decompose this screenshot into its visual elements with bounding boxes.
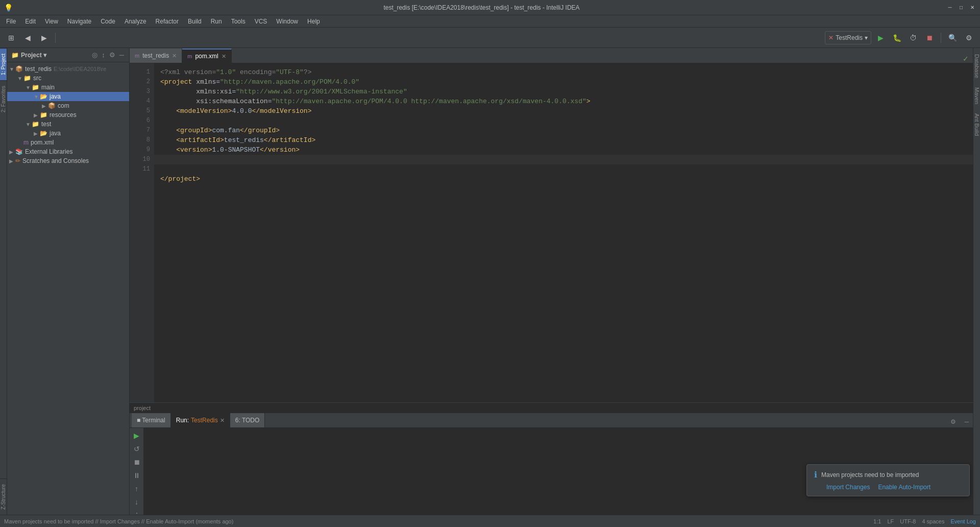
toolbar-forward[interactable]: ▶	[37, 31, 51, 45]
line-num-10: 10	[134, 155, 150, 164]
tree-item-com[interactable]: ▶ 📦 com	[7, 101, 129, 110]
tab-label-pom: pom.xml	[195, 53, 218, 60]
run-config-selector[interactable]: ✕ TestRedis ▾	[825, 31, 871, 44]
run-rerun-btn[interactable]: ↺	[131, 443, 142, 454]
tab-icon-test-redis: m	[135, 53, 139, 59]
tree-item-java-test[interactable]: ▶ 📂 java	[7, 129, 129, 138]
menu-run[interactable]: Run	[207, 17, 226, 26]
sidebar-item-favorites[interactable]: 2: Favorites	[0, 80, 7, 117]
menu-window[interactable]: Window	[272, 17, 302, 26]
bottom-panel: ■ Terminal Run: TestRedis ✕ 6: TODO ⚙ ─	[130, 413, 973, 515]
status-encoding[interactable]: UTF-8	[900, 518, 916, 524]
tree-item-pom[interactable]: m pom.xml	[7, 138, 129, 147]
bottom-tab-run[interactable]: Run: TestRedis ✕	[171, 413, 230, 427]
menu-build[interactable]: Build	[184, 17, 206, 26]
tab-close-pom[interactable]: ✕	[222, 53, 226, 60]
module-icon: 📦	[15, 65, 23, 73]
menu-view[interactable]: View	[41, 17, 62, 26]
run-config-dropdown-icon: ▾	[865, 34, 868, 41]
right-tab-maven[interactable]: Maven	[973, 83, 981, 108]
minimize-button[interactable]: ─	[946, 4, 953, 11]
run-step-down-btn[interactable]: ↓	[131, 496, 142, 508]
run-pause-btn[interactable]: ⏸	[131, 470, 142, 481]
debug-button[interactable]: 🐛	[890, 31, 904, 45]
tree-item-root[interactable]: ▼ 📦 test_redis E:\code\IDEA2018\re	[7, 64, 129, 74]
status-position[interactable]: 1:1	[873, 518, 881, 524]
project-header-icon: 📁	[11, 52, 19, 59]
close-button[interactable]: ✕	[969, 4, 976, 11]
line-num-6: 6	[134, 116, 150, 126]
left-side-panel: 1: Project 2: Favorites Z-Structure	[0, 48, 7, 515]
bottom-hide-btn[interactable]: ─	[960, 416, 973, 427]
run-tab-label: Run:	[176, 417, 189, 424]
title-text: test_redis [E:\code\IDEA2018\redis\test_…	[17, 4, 946, 11]
right-panel: Database Maven Ant Build	[973, 48, 980, 515]
run-button[interactable]: ▶	[873, 31, 888, 45]
tree-item-test[interactable]: ▼ 📁 test	[7, 119, 129, 129]
search-everywhere[interactable]: 🔍	[945, 31, 960, 45]
bottom-tab-todo[interactable]: 6: TODO	[230, 413, 265, 427]
maximize-button[interactable]: □	[958, 4, 965, 11]
run-play-btn[interactable]: ▶	[131, 430, 142, 441]
project-close-btn[interactable]: ─	[118, 50, 125, 60]
tree-item-ext-libs[interactable]: ▶ 📚 External Libraries	[7, 147, 129, 156]
line-num-5: 5	[134, 106, 150, 116]
code-editor[interactable]: <?xml version="1.0" encoding="UTF-8"?> <…	[154, 63, 973, 402]
tree-label-resources: resources	[50, 111, 77, 118]
status-line-ending[interactable]: LF	[887, 518, 894, 524]
menu-navigate[interactable]: Navigate	[63, 17, 95, 26]
menu-vcs[interactable]: VCS	[251, 17, 272, 26]
status-indent[interactable]: 4 spaces	[922, 518, 944, 524]
breadcrumb: project	[134, 405, 151, 411]
line-numbers: 1 2 3 4 5 6 7 8 9 10 11	[134, 63, 154, 402]
run-tab-close[interactable]: ✕	[220, 417, 225, 424]
tree-item-main[interactable]: ▼ 📁 main	[7, 83, 129, 92]
line-num-8: 8	[134, 135, 150, 145]
menu-help[interactable]: Help	[303, 17, 324, 26]
menu-edit[interactable]: Edit	[21, 17, 40, 26]
import-changes-link[interactable]: Import Changes	[826, 484, 870, 491]
menu-file[interactable]: File	[2, 17, 20, 26]
project-expand-btn[interactable]: ↕	[101, 50, 106, 60]
tree-item-src[interactable]: ▼ 📁 src	[7, 74, 129, 83]
editor-tab-pom[interactable]: m pom.xml ✕	[182, 49, 232, 63]
settings-button[interactable]: ⚙	[962, 31, 976, 45]
menu-analyze[interactable]: Analyze	[120, 17, 151, 26]
run-with-coverage[interactable]: ⏱	[906, 31, 920, 45]
package-icon-com: 📦	[48, 102, 56, 109]
project-settings-btn[interactable]: ⚙	[108, 50, 116, 60]
menu-refactor[interactable]: Refactor	[152, 17, 183, 26]
tab-close-test-redis[interactable]: ✕	[172, 53, 177, 59]
bottom-settings-btn[interactable]: ⚙	[946, 416, 960, 427]
enable-auto-import-link[interactable]: Enable Auto-Import	[878, 484, 930, 491]
tree-label-scratches: Scratches and Consoles	[22, 157, 89, 164]
menu-tools[interactable]: Tools	[227, 17, 250, 26]
line-num-9: 9	[134, 145, 150, 155]
bottom-tab-terminal[interactable]: ■ Terminal	[132, 413, 171, 427]
tree-item-scratches[interactable]: ▶ ✏ Scratches and Consoles	[7, 156, 129, 165]
project-locate-btn[interactable]: ◎	[91, 50, 99, 60]
run-stop-btn[interactable]: ⏹	[131, 457, 142, 468]
toolbar-project-structure[interactable]: ⊞	[4, 31, 18, 45]
tree-item-resources[interactable]: ▶ 📁 resources	[7, 110, 129, 119]
tab-icon-pom: m	[187, 53, 192, 59]
sidebar-item-project[interactable]: 1: Project	[0, 48, 7, 80]
sidebar-item-structure[interactable]: Z-Structure	[0, 478, 7, 515]
editor-tab-test-redis[interactable]: m test_redis ✕	[130, 49, 182, 63]
menu-bar: File Edit View Navigate Code Analyze Ref…	[0, 15, 980, 28]
run-dump-threads-btn[interactable]: ⋮	[131, 510, 142, 515]
right-tab-database[interactable]: Database	[973, 50, 981, 82]
run-step-up-btn[interactable]: ↑	[131, 483, 142, 494]
validation-ok-icon: ✓	[959, 55, 973, 63]
bottom-tabs: ■ Terminal Run: TestRedis ✕ 6: TODO ⚙ ─	[130, 413, 973, 428]
editor-area: m test_redis ✕ m pom.xml ✕ ✓	[130, 48, 973, 413]
stop-button[interactable]: ⏹	[922, 31, 937, 45]
folder-icon-src: 📁	[23, 75, 31, 82]
status-event-log[interactable]: Event Log	[950, 518, 976, 524]
tree-label-ext-libs: External Libraries	[25, 148, 72, 155]
tree-item-java-main[interactable]: ▼ 📂 java	[7, 92, 129, 101]
menu-code[interactable]: Code	[96, 17, 119, 26]
scratches-icon: ✏	[15, 157, 20, 164]
toolbar-back[interactable]: ◀	[20, 31, 35, 45]
right-tab-ant[interactable]: Ant Build	[973, 109, 981, 140]
